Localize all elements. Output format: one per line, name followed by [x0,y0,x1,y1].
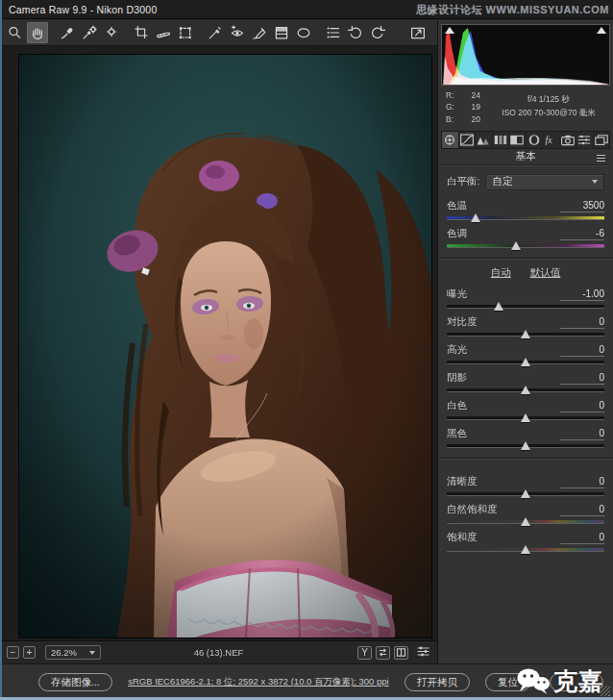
shadows-value[interactable]: 0 [560,372,604,385]
radial-filter-tool[interactable] [293,22,314,43]
tab-lens-corrections[interactable] [527,132,544,148]
sliders-icon [416,645,430,658]
tab-hsl-grayscale[interactable] [493,132,510,148]
shadows-thumb[interactable] [521,386,530,394]
default-link[interactable]: 默认值 [530,266,561,280]
tint-thumb[interactable] [511,241,521,250]
tab-effects[interactable]: fx [543,132,560,148]
image-status-bar: − + 26.2% 46 (13).NEF Y [0,640,437,663]
zoom-in-button[interactable]: + [23,646,36,659]
color-sampler-tool[interactable] [79,22,100,43]
white-balance-tool[interactable] [57,22,78,43]
exif-exposure: f/4 1/125 秒 [490,92,607,106]
highlights-value[interactable]: 0 [560,344,604,357]
clarity-label: 清晰度 [447,475,478,488]
exposure-value[interactable]: -1.00 [560,288,604,301]
vibrance-value[interactable]: 0 [560,504,604,516]
zoom-level-select[interactable]: 26.2% [45,645,101,660]
zoom-level-value: 26.2% [51,647,77,658]
graduated-filter-tool[interactable] [271,22,292,43]
temperature-value[interactable]: 3500 [560,200,604,212]
crop-icon [133,25,150,40]
whites-value[interactable]: 0 [560,400,604,412]
tab-snapshots[interactable] [594,132,610,148]
whites-thumb[interactable] [521,413,530,422]
b-label: B: [446,113,454,125]
panel-menu-icon[interactable] [596,153,606,164]
tab-camera-calibration[interactable] [560,132,577,148]
swap-arrows-icon [378,647,388,658]
transform-icon [177,25,194,40]
snapshots-icon [594,134,609,146]
clarity-value[interactable]: 0 [560,476,604,488]
slider-tint: 色调-6 [447,227,604,253]
camera-icon [560,134,576,146]
photo-preview[interactable] [19,55,431,638]
contrast-thumb[interactable] [521,330,530,338]
watermark-text: 克嘉 [553,665,603,697]
basic-icon [442,134,457,146]
temperature-thumb[interactable] [471,213,480,222]
transform-tool[interactable] [175,22,196,43]
tab-basic[interactable] [442,132,459,148]
targeted-adjustment-tool[interactable] [101,22,122,43]
vibrance-thumb[interactable] [521,517,530,526]
fullscreen-toggle-button[interactable] [407,22,429,43]
before-after-toggle-button[interactable]: Y [357,646,372,660]
auto-default-row: 自动 默认值 [447,266,604,280]
rotate-left-button[interactable] [345,22,366,43]
blacks-thumb[interactable] [521,441,530,450]
preview-preferences-button[interactable] [416,645,430,660]
r-value: 24 [472,89,480,101]
chevron-down-icon [592,180,598,184]
highlights-label: 高光 [447,343,467,357]
highlights-thumb[interactable] [521,358,530,366]
adjustment-brush-tool[interactable] [249,22,270,43]
hand-tool[interactable] [27,22,48,43]
red-eye-tool[interactable] [227,22,248,43]
section-divider [438,258,613,260]
saturation-thumb[interactable] [521,545,530,554]
crop-tool[interactable] [131,22,152,43]
tint-track[interactable] [447,244,604,248]
copy-settings-button[interactable] [394,646,408,660]
spot-removal-tool[interactable] [205,22,226,43]
contrast-value[interactable]: 0 [560,316,604,329]
panel-title: 基本 [516,150,536,163]
shadows-label: 阴影 [447,371,467,385]
g-value: 19 [472,101,480,112]
exposure-track[interactable] [447,305,604,309]
tint-value[interactable]: -6 [560,228,604,240]
tab-split-toning[interactable] [509,132,527,148]
color-sampler-icon [81,25,98,40]
tab-detail[interactable] [476,132,493,148]
red-eye-icon [229,25,246,40]
workflow-options-link[interactable]: sRGB IEC61966-2.1; 8 位; 2592 x 3872 (10.… [112,676,405,688]
window-title: Camera Raw 9.9 - Nikon D3000 [0,4,157,15]
resize-grip[interactable] [600,686,610,696]
white-balance-select[interactable]: 自定 [485,174,604,190]
swap-before-after-button[interactable] [376,646,390,660]
blacks-value[interactable]: 0 [560,428,604,440]
tab-tone-curve[interactable] [459,132,477,148]
saturation-value[interactable]: 0 [560,532,604,544]
shadow-clipping-warning[interactable] [445,27,454,34]
histogram-info: R:24 G:19 B:20 f/4 1/125 秒 ISO 200 70-30… [438,86,613,127]
straighten-tool[interactable] [153,22,174,43]
open-copy-button[interactable]: 打开拷贝 [405,673,470,691]
slider-exposure: 曝光-1.00 [447,288,604,313]
highlight-clipping-warning[interactable] [597,27,606,34]
blacks-label: 黑色 [447,427,467,440]
rotate-right-button[interactable] [367,22,388,43]
zoom-out-button[interactable]: − [7,646,19,659]
hsl-icon [493,134,508,146]
save-image-button[interactable]: 存储图像... [38,673,112,691]
adjustment-brush-icon [251,25,268,40]
auto-link[interactable]: 自动 [491,266,511,280]
exposure-thumb[interactable] [494,302,503,311]
clarity-thumb[interactable] [521,489,530,498]
b-value: 20 [472,113,480,125]
tab-presets[interactable] [576,132,594,148]
preferences-button[interactable] [323,22,344,43]
zoom-tool[interactable] [5,22,26,43]
